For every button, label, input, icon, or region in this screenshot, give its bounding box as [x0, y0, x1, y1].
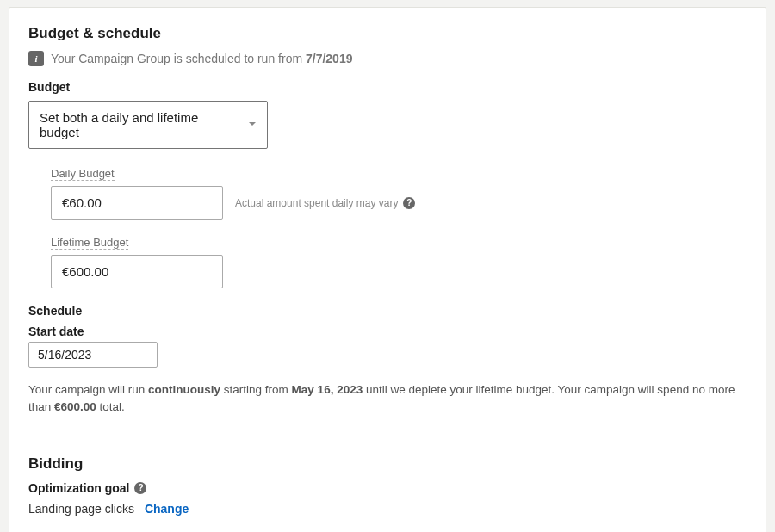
help-icon[interactable]: ?	[403, 197, 415, 209]
section-divider	[28, 436, 747, 436]
optimization-goal-value: Landing page clicks	[28, 502, 134, 516]
budget-type-selected: Set both a daily and lifetime budget	[28, 101, 268, 149]
daily-budget-hint: Actual amount spent daily may vary	[235, 197, 398, 209]
help-icon[interactable]: ?	[134, 482, 146, 494]
bidding-title: Bidding	[28, 455, 747, 473]
daily-budget-label: Daily Budget	[51, 167, 115, 181]
lifetime-budget-input[interactable]	[51, 255, 223, 288]
daily-budget-input[interactable]	[51, 186, 223, 220]
daily-budget-hint-row: Actual amount spent daily may vary ?	[235, 197, 415, 209]
info-icon: i	[28, 51, 44, 66]
lifetime-budget-label: Lifetime Budget	[51, 236, 128, 250]
start-date-label: Start date	[28, 325, 747, 338]
optimization-goal-label: Optimization goal	[28, 481, 129, 495]
budget-schedule-title: Budget & schedule	[28, 25, 747, 42]
campaign-info-date: 7/7/2019	[306, 52, 353, 65]
budget-label: Budget	[28, 80, 747, 94]
change-link[interactable]: Change	[145, 502, 189, 516]
budget-type-select[interactable]: Set both a daily and lifetime budget	[28, 101, 268, 149]
schedule-label: Schedule	[28, 304, 747, 318]
campaign-info-text: Your Campaign Group is scheduled to run …	[51, 52, 306, 65]
settings-card: Budget & schedule i Your Campaign Group …	[9, 7, 766, 532]
start-date-input[interactable]	[28, 342, 158, 368]
campaign-info-row: i Your Campaign Group is scheduled to ru…	[28, 51, 747, 66]
campaign-summary: Your campaign will run continuously star…	[28, 381, 747, 417]
